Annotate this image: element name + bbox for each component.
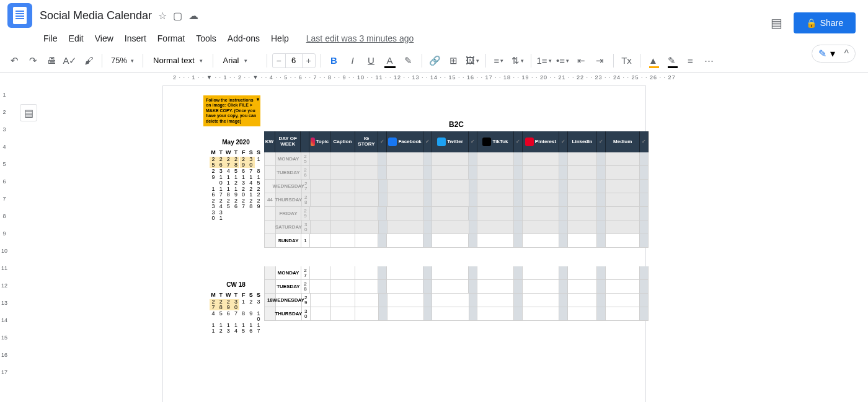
border-dash-icon[interactable]: ⋯	[701, 53, 717, 69]
undo-icon[interactable]: ↶	[6, 53, 22, 69]
border-color-icon[interactable]: ✎	[664, 53, 680, 69]
schedule-row[interactable]: 44THURSDAY28	[265, 193, 649, 207]
horizontal-ruler[interactable]: 2 · · · 1 · · ▼ · · 1 · · 2 · · ▼ · · 4 …	[9, 73, 868, 85]
text-color-button[interactable]: A	[382, 53, 398, 69]
line-spacing-icon[interactable]: ⇅	[510, 53, 526, 69]
twitter-icon	[437, 138, 446, 146]
align-icon[interactable]: ≡	[491, 53, 507, 69]
pencil-icon: ✎	[818, 48, 826, 59]
redo-icon[interactable]: ↷	[25, 53, 41, 69]
mini-calendar-cw18: CW 18MTWTFSS2728293012345678910111213141…	[210, 281, 262, 334]
lock-icon: 🔒	[806, 18, 817, 28]
schedule-row[interactable]: WEDNESDAY27	[265, 180, 649, 193]
image-icon[interactable]: 🖼	[464, 53, 480, 69]
mini-calendar-may: May 2020MTWTFSS2526272829301234567891011…	[210, 139, 262, 222]
indent-increase-icon[interactable]: ⇥	[592, 53, 608, 69]
last-edit[interactable]: Last edit was 3 minutes ago	[306, 33, 414, 43]
comment-add-icon[interactable]: ⊞	[446, 53, 462, 69]
vertical-ruler[interactable]: 1234567891011121314151617	[0, 74, 9, 402]
share-button[interactable]: 🔒 Share	[794, 12, 856, 33]
schedule-table: B2C KW DAY OF WEEK Topic Caption IG STOR…	[264, 120, 649, 321]
move-icon[interactable]: ▢	[173, 10, 182, 22]
menu-addons[interactable]: Add-ons	[228, 33, 260, 43]
numbered-list-icon[interactable]: 1≡	[536, 53, 552, 69]
chevron-down-icon: ▾	[830, 48, 835, 59]
bulleted-list-icon[interactable]: •≡	[555, 53, 571, 69]
cloud-icon[interactable]: ☁	[188, 10, 198, 22]
italic-button[interactable]: I	[345, 53, 361, 69]
size-decrease[interactable]: −	[273, 54, 285, 68]
highlight-button[interactable]: ✎	[401, 53, 417, 69]
schedule-row[interactable]: 18WEDNESDAY29	[265, 294, 649, 307]
document-page[interactable]: Follow the instructions on image: Click …	[162, 85, 646, 402]
bold-button[interactable]: B	[326, 53, 342, 69]
menu-view[interactable]: View	[95, 33, 113, 43]
menu-insert[interactable]: Insert	[125, 33, 146, 43]
size-input[interactable]: 6	[285, 54, 303, 68]
schedule-row[interactable]: THURSDAY30	[265, 307, 649, 321]
schedule-title: B2C	[264, 120, 649, 129]
editing-mode[interactable]: ✎ ▾ ^	[812, 45, 856, 63]
schedule-row[interactable]: TUESDAY28	[265, 280, 649, 294]
link-icon[interactable]: 🔗	[427, 53, 443, 69]
paragraph-style-select[interactable]: Normal text	[148, 56, 207, 65]
docs-logo[interactable]	[7, 3, 32, 28]
note-dropdown-icon[interactable]: ▾	[257, 97, 259, 103]
star-icon[interactable]: ☆	[158, 10, 167, 22]
font-select[interactable]: Arial	[218, 56, 262, 65]
schedule-row[interactable]: SUNDAY1	[265, 234, 649, 248]
pinterest-icon	[525, 138, 534, 146]
menu-file[interactable]: File	[43, 33, 58, 43]
underline-button[interactable]: U	[363, 53, 379, 69]
instagram-icon	[311, 138, 314, 146]
print-icon[interactable]: 🖶	[43, 53, 60, 69]
menu-format[interactable]: Format	[157, 33, 185, 43]
clear-format-icon[interactable]: Tx	[619, 53, 635, 69]
outline-toggle-icon[interactable]: ▤	[20, 104, 37, 121]
schedule-row[interactable]: TUESDAY26	[265, 166, 649, 180]
instruction-note: Follow the instructions on image: Click …	[203, 95, 260, 126]
schedule-row[interactable]: FRIDAY29	[265, 207, 649, 221]
zoom-select[interactable]: 75%	[107, 56, 138, 65]
toolbar: ↶ ↷ 🖶 A✓ 🖌 75% Normal text Arial − 6 + B…	[0, 48, 868, 73]
facebook-icon	[388, 138, 397, 146]
fill-color-icon[interactable]: ▲	[645, 53, 662, 69]
doc-title[interactable]: Social Media Calendar	[40, 9, 152, 22]
menu-bar: File Edit View Insert Format Tools Add-o…	[0, 31, 868, 48]
size-increase[interactable]: +	[303, 54, 315, 68]
spellcheck-icon[interactable]: A✓	[62, 53, 78, 69]
border-weight-icon[interactable]: ≡	[683, 53, 699, 69]
schedule-row[interactable]: MONDAY27	[265, 266, 649, 280]
paint-format-icon[interactable]: 🖌	[81, 53, 97, 69]
menu-tools[interactable]: Tools	[196, 33, 216, 43]
schedule-row[interactable]: MONDAY25	[265, 152, 649, 166]
font-size: − 6 +	[272, 53, 316, 68]
menu-edit[interactable]: Edit	[69, 33, 84, 43]
schedule-header: KW DAY OF WEEK Topic Caption IG STORY ✓ …	[264, 131, 649, 152]
schedule-row[interactable]: SATURDAY30	[265, 221, 649, 234]
tiktok-icon	[482, 138, 491, 146]
menu-help[interactable]: Help	[271, 33, 289, 43]
indent-decrease-icon[interactable]: ⇤	[574, 53, 590, 69]
comments-icon[interactable]: ▤	[771, 15, 782, 30]
